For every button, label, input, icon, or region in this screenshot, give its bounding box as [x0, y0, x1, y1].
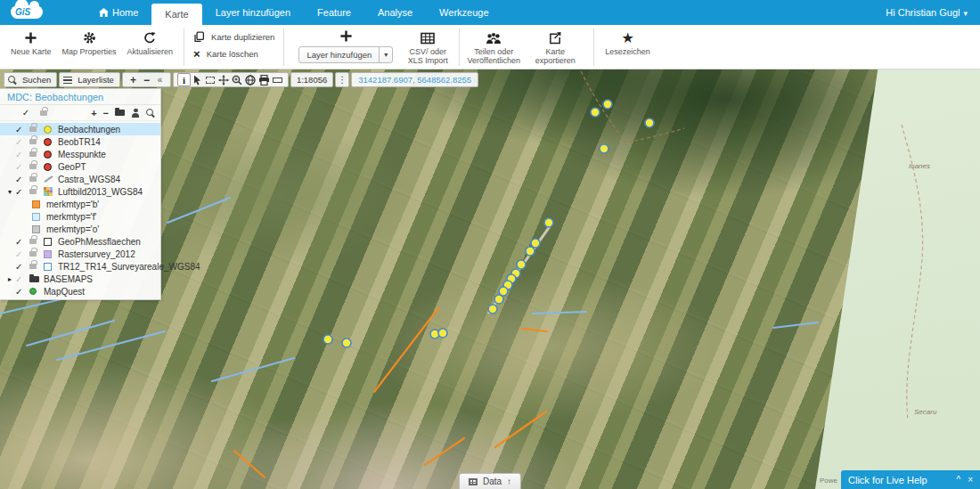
menu-werkzeuge[interactable]: Werkzeuge	[426, 0, 502, 25]
share-publish-button[interactable]: Teilen oder Veröffentlichen	[465, 29, 522, 68]
observation-point[interactable]	[323, 335, 332, 344]
info-tool[interactable]: i	[177, 73, 191, 86]
observation-point[interactable]	[517, 260, 526, 269]
menu-analyse[interactable]: Analyse	[364, 0, 426, 25]
move-icon	[218, 75, 229, 86]
export-map-button[interactable]: Karte exportieren	[522, 29, 588, 68]
observation-point[interactable]	[438, 329, 447, 338]
observation-point[interactable]	[526, 247, 535, 256]
delete-map-button[interactable]: × Karte löschen	[193, 48, 274, 60]
castra-feature-line[interactable]	[27, 321, 114, 346]
survey-feature-line[interactable]	[495, 412, 546, 447]
layer-list-toggle[interactable]: Layerliste	[59, 72, 120, 87]
layer-checkbox[interactable]: ✓	[15, 137, 22, 147]
layer-row-mapquest[interactable]: ✓ MapQuest	[0, 285, 160, 297]
layer-checkbox[interactable]: ✓	[15, 187, 22, 197]
live-help-bar[interactable]: Click for Live Help ^ ×	[841, 470, 980, 489]
coords-menu[interactable]: ⋮	[335, 72, 349, 87]
chevron-down-icon[interactable]: ▾	[4, 188, 15, 196]
layer-list: ✓ Beobachtungen ✓ BeobTR14 ✓	[0, 121, 160, 299]
layer-checkbox[interactable]: ✓	[15, 162, 22, 172]
cursor-icon	[192, 75, 202, 86]
castra-feature-line[interactable]	[57, 331, 165, 360]
select-cursor-tool[interactable]	[191, 73, 204, 86]
zoom-out-button[interactable]: −	[140, 73, 153, 86]
new-map-button[interactable]: Neue Karte	[5, 29, 57, 58]
observation-point[interactable]	[494, 295, 503, 304]
add-layer-button[interactable]: +	[91, 108, 96, 118]
chevron-right-icon[interactable]: ▸	[4, 275, 15, 283]
refresh-button[interactable]: Aktualisieren	[122, 29, 179, 58]
data-grid-toggle[interactable]: Data ↑	[459, 473, 521, 489]
collapse-toolbar-button[interactable]: «	[153, 73, 167, 86]
layer-row-basemaps[interactable]: ▸ ✓ BASEMAPS	[0, 273, 160, 285]
layer-checkbox[interactable]: ✓	[15, 125, 22, 134]
duplicate-map-button[interactable]: Karte duplizieren	[193, 31, 274, 43]
castra-feature-line[interactable]	[212, 358, 294, 381]
menu-feature[interactable]: Feature	[304, 0, 364, 25]
map-properties-button[interactable]: Map Properties	[57, 29, 122, 58]
menu-home[interactable]: Home	[86, 0, 151, 25]
castra-feature-line[interactable]	[773, 322, 818, 328]
magnifier-plus-icon	[232, 75, 242, 86]
add-layer-dropdown[interactable]: Layer hinzufügen ▾	[298, 46, 393, 63]
observation-point[interactable]	[544, 218, 553, 227]
survey-feature-line[interactable]	[425, 438, 464, 465]
user-menu[interactable]: Hi Christian Gugl▾	[886, 7, 968, 18]
layer-row-messpunkte[interactable]: ✓ Messpunkte	[0, 148, 160, 160]
layer-row-tr12-tr14-surveyareale[interactable]: ✓ TR12_TR14_Surveyareale_WGS84	[0, 260, 160, 273]
observation-point[interactable]	[342, 338, 351, 347]
printer-icon	[258, 75, 270, 86]
observation-point[interactable]	[600, 144, 608, 153]
csv-import-button[interactable]: CSV/ oder XLS Import	[402, 29, 453, 68]
layer-row-luftbild2013[interactable]: ▾ ✓ Luftbild2013_WGS84	[0, 185, 160, 198]
table-icon	[421, 30, 435, 45]
layer-checkbox[interactable]: ✓	[15, 274, 22, 284]
layer-checkbox[interactable]: ✓	[15, 287, 22, 297]
survey-feature-line[interactable]	[522, 329, 547, 331]
search-control[interactable]: Suchen	[4, 72, 57, 87]
measure-tool[interactable]	[271, 73, 284, 86]
layer-row-geophmessflaechen[interactable]: ✓ GeoPhMessflaechen	[0, 235, 160, 248]
observation-point[interactable]	[645, 118, 654, 127]
remove-layer-button[interactable]: −	[103, 108, 109, 118]
map-viewport[interactable]: IoanesSecaru Suchen Layerliste + − « i	[0, 69, 980, 489]
layer-checkbox[interactable]: ✓	[15, 249, 22, 259]
box-select-tool[interactable]	[204, 73, 217, 86]
observation-point[interactable]	[591, 108, 600, 117]
search-layers-icon[interactable]	[146, 109, 155, 118]
layer-checkbox[interactable]: ✓	[15, 175, 22, 184]
observation-point[interactable]	[531, 239, 540, 248]
print-tool[interactable]	[257, 73, 271, 86]
pan-tool[interactable]	[217, 73, 231, 86]
survey-feature-line[interactable]	[374, 308, 438, 392]
castra-feature-line[interactable]	[167, 198, 230, 223]
menu-layer-hinzufuegen[interactable]: Layer hinzufügen	[202, 0, 304, 25]
minimize-icon[interactable]: ^	[956, 475, 960, 485]
layer-row-beobtr14[interactable]: ✓ BeobTR14	[0, 135, 160, 148]
check-all-toggle[interactable]: ✓	[20, 108, 32, 118]
survey-feature-line[interactable]	[234, 451, 265, 477]
menu-karte[interactable]: Karte	[151, 4, 201, 25]
globe-tool[interactable]	[244, 73, 257, 86]
layer-row-rastersurvey2012[interactable]: ✓ Rastersurvey_2012	[0, 248, 160, 260]
lock-icon[interactable]	[40, 110, 47, 116]
layer-checkbox[interactable]: ✓	[15, 262, 22, 272]
observation-point[interactable]	[488, 305, 497, 314]
layer-row-beobachtungen[interactable]: ✓ Beobachtungen	[0, 123, 160, 135]
export-icon	[548, 30, 562, 45]
layer-checkbox[interactable]: ✓	[15, 237, 22, 247]
layer-row-geopt[interactable]: ✓ GeoPT	[0, 160, 160, 173]
observation-point[interactable]	[603, 100, 612, 109]
bookmarks-button[interactable]: ★ Lesezeichen	[600, 29, 656, 58]
castra-feature-line[interactable]	[533, 312, 586, 314]
layer-checkbox[interactable]: ✓	[15, 150, 22, 159]
gis-cloud-logo[interactable]: GiS	[7, 2, 52, 23]
zoom-box-tool[interactable]	[231, 73, 244, 86]
zoom-in-button[interactable]: +	[127, 73, 140, 86]
folder-icon[interactable]	[115, 110, 125, 116]
layer-row-castra[interactable]: ✓ Castra_WGS84	[0, 173, 160, 185]
close-icon[interactable]: ×	[968, 475, 973, 485]
user-icon[interactable]	[131, 109, 140, 118]
search-icon	[8, 76, 17, 85]
